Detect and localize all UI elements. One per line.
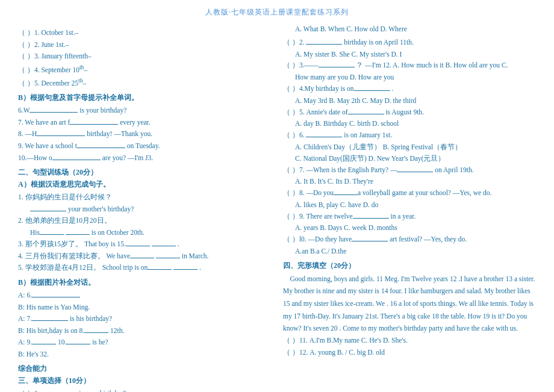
list-item: （ ）9. There are twelve in a year. (283, 211, 536, 223)
list-item: （ ）4.My birthday is on . (283, 83, 536, 95)
list-item: （ ）6. is on January 1st. (283, 129, 536, 142)
choice-options: A.an B.a C./ D.the (283, 246, 536, 257)
right-column: A. What B. When C. How old D. Where （ ）2… (283, 23, 536, 392)
list-item: （ ）7. —When is the English Party? — on A… (283, 164, 536, 176)
cloze-text: Good morning, boys and girls. 11 Meg. I'… (283, 273, 536, 335)
choice-options: A. Children's Day（儿童节） B. Spring Festiva… (283, 142, 536, 153)
list-item: A: 7. is his birthday? (18, 313, 271, 325)
list-item: （ ）5. December 25th– (18, 76, 271, 89)
content-wrapper: （ ）1. October 1st.– （ ）2. June 1st.– （ ）… (18, 23, 536, 392)
choice-options: A. May 3rd B. May 2th C. May D. the thir… (283, 95, 536, 107)
page-title: 人教版·七年级英语上册课堂配套练习系列 (18, 7, 536, 17)
section-2-header: 二、句型训练场（20分） (18, 167, 271, 178)
list-item: 3. 那个男孩15岁了。 That boy is 15. . (18, 238, 271, 250)
list-item: （ ）2. birthday is on April 11th. (283, 37, 536, 49)
list-item: （ ）1. October 1st.– (18, 27, 271, 39)
choice-options: How many are you D. How are you (283, 72, 536, 83)
choice-options: A. It B. It's C. Its D. They're (283, 176, 536, 187)
list-item: 8. —H birthday! —Thank you. (18, 128, 271, 140)
page: 人教版·七年级英语上册课堂配套练习系列 （ ）1. October 1st.– … (0, 0, 554, 392)
section-4-header: 四、完形填空（20分） (283, 261, 536, 271)
list-item: 1. 你妈妈的生日是什么时候？ (18, 191, 271, 204)
list-item: （ ）5. Annie's date of is August 9th. (283, 107, 536, 119)
list-item: （ ）8. —Do youa volleyball game at your s… (283, 187, 536, 199)
section-2b: B）根据图片补全对话。 A: 6. B: His name is Yao Min… (18, 278, 271, 360)
section-b-fill: B）根据句意及首字母提示补全单词。 6.W is your birthday? … (18, 93, 271, 164)
list-item: B: His name is Yao Ming. (18, 302, 271, 314)
choice-options: C. National Day(国庆节) D. New Year's Day(元… (283, 153, 536, 164)
choice-options: A. years B. Days C. week D. months (283, 222, 536, 234)
section-2: 二、句型训练场（20分） A）根据汉语意思完成句子。 1. 你妈妈的生日是什么时… (18, 167, 271, 274)
list-item: （ ）l0. —Do they have art festival? —Yes,… (283, 234, 536, 246)
list-item: 7. We have an art f every year. (18, 117, 271, 129)
section-2a-header: A）根据汉语意思完成句子。 (18, 179, 271, 190)
section-2b-header: B）根据图片补全对话。 (18, 278, 271, 288)
right-q1-options: A. What B. When C. How old D. Where (283, 23, 536, 35)
list-item: A: 9. 10. is he? (18, 337, 271, 349)
section-b-header: B）根据句意及首字母提示补全单词。 (18, 93, 271, 103)
choice-options: A. day B. Birthday C. birth D. school (283, 118, 536, 129)
left-column: （ ）1. October 1st.– （ ）2. June 1st.– （ ）… (18, 23, 271, 392)
choice-options: A. My sister B. She C. My sister's D. I (283, 49, 536, 60)
list-item: 10.—How o are you? —I'm J3. (18, 152, 271, 164)
list-item: A: 6. (18, 290, 271, 302)
list-item: your mother's birthday? (18, 204, 271, 216)
list-item: （ ）3. January fifteenth– (18, 51, 271, 63)
choice-options: A. likes B, play C. have D. do (283, 199, 536, 211)
list-item: 4. 三月份我们有篮球比赛。 We have in March. (18, 250, 271, 263)
list-item: 5. 学校郊游是在4月12日。 School trip is on . (18, 262, 271, 274)
zonghe-header: 综合能力 (18, 364, 271, 374)
list-item: 2. 他弟弟的生日是10月20日。 (18, 215, 271, 227)
list-item: （ ）4. September 10th– (18, 63, 271, 76)
list-item: （ ）11. A.I'm B.My name C. He's D. She's. (283, 335, 536, 347)
list-item: 6.W is your birthday? (18, 105, 271, 117)
list-item: （ ）1. is your birthday? (18, 388, 271, 392)
list-item: （ ）12. A. young B. / C. big D. old (283, 347, 536, 359)
section-4: 四、完形填空（20分） Good morning, boys and girls… (283, 261, 536, 359)
list-item: （ ）3.—— ？ —I'm 12. A. How much is it B. … (283, 60, 536, 72)
list-item: B: His birt,hday is on 8. 12th. (18, 325, 271, 337)
list-item: 9. We have a school t on Tuesday. (18, 140, 271, 152)
list-item: B: He's 32. (18, 349, 271, 361)
list-item: His is on October 20th. (18, 227, 271, 239)
section-1-left: （ ）1. October 1st.– （ ）2. June 1st.– （ ）… (18, 27, 271, 89)
list-item: （ ）2. June 1st.– (18, 39, 271, 51)
zonghe: 综合能力 三、单项选择（10分） （ ）1. is your birthday?… (18, 364, 271, 392)
section-3-header: 三、单项选择（10分） (18, 376, 271, 386)
